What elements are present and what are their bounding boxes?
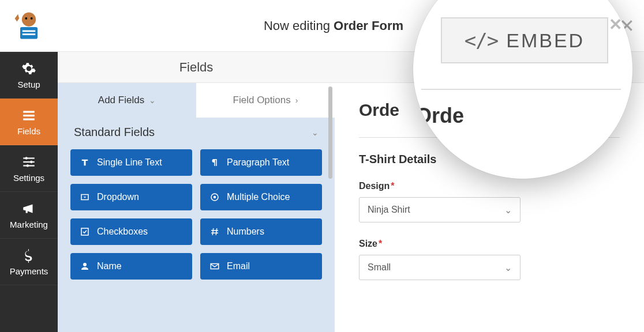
chevron-down-icon: ⌄ (149, 96, 156, 105)
editing-form-name: Order Form (334, 18, 403, 33)
app-logo (0, 0, 58, 51)
embed-label: EMBED (506, 29, 585, 52)
field-checkboxes[interactable]: Checkboxes (70, 218, 192, 245)
field-single-line-text[interactable]: Single Line Text (70, 149, 192, 176)
tab-label: Field Options (233, 95, 291, 106)
sidebar-item-label: Payments (10, 266, 48, 276)
select-size[interactable]: Small ⌄ (359, 255, 521, 280)
tab-label: Add Fields (98, 95, 144, 106)
svg-rect-8 (23, 118, 35, 120)
user-icon (80, 261, 90, 271)
label-design: Design* (359, 181, 620, 191)
svg-point-17 (214, 196, 216, 199)
select-design[interactable]: Ninja Shirt ⌄ (359, 197, 521, 222)
field-row-design: Design* Ninja Shirt ⌄ (359, 181, 620, 222)
label-text: Design (359, 181, 390, 191)
field-label: Checkboxes (97, 227, 148, 237)
svg-point-1 (25, 17, 27, 20)
sidebar-nav: Setup Fields Settings Marketing Payments (0, 52, 58, 332)
select-value: Ninja Shirt (368, 205, 410, 215)
svg-point-13 (30, 160, 32, 163)
required-indicator: * (391, 181, 394, 191)
field-label: Dropdown (97, 192, 139, 202)
fields-column: Fields Add Fields ⌄ Field Options › Stan… (58, 52, 335, 332)
sidebar-item-settings[interactable]: Settings (0, 145, 58, 192)
editing-prefix: Now editing (264, 18, 334, 33)
svg-point-12 (25, 157, 28, 159)
divider (421, 89, 621, 90)
hash-icon (209, 227, 220, 237)
field-dropdown[interactable]: Dropdown (70, 184, 192, 210)
required-indicator: * (379, 239, 382, 248)
svg-rect-7 (23, 114, 35, 116)
svg-rect-3 (20, 27, 38, 39)
chevron-down-icon: ⌄ (504, 205, 512, 216)
field-multiple-choice[interactable]: Multiple Choice (200, 184, 322, 210)
check-icon (80, 227, 90, 237)
text-icon (80, 157, 90, 168)
mail-icon (209, 261, 220, 271)
scrollbar[interactable] (328, 86, 332, 179)
tab-add-fields[interactable]: Add Fields ⌄ (58, 83, 196, 118)
svg-point-2 (31, 17, 33, 20)
field-panel: Add Fields ⌄ Field Options › Standard Fi… (58, 83, 335, 332)
svg-rect-6 (23, 111, 35, 112)
field-numbers[interactable]: Numbers (200, 218, 322, 245)
svg-rect-9 (23, 157, 35, 159)
section-heading: Standard Fields (74, 126, 155, 139)
section-standard-fields[interactable]: Standard Fields ⌄ (58, 118, 335, 149)
sidebar-item-marketing[interactable]: Marketing (0, 192, 58, 239)
code-icon: </> (465, 29, 498, 52)
megaphone-icon (21, 201, 36, 216)
label-text: Size (359, 239, 377, 248)
field-label: Multiple Choice (227, 192, 290, 202)
field-label: Name (97, 261, 122, 271)
dollar-icon (21, 248, 36, 263)
svg-rect-4 (23, 30, 36, 32)
field-panel-wrap: Add Fields ⌄ Field Options › Standard Fi… (58, 83, 335, 332)
embed-button[interactable]: </> EMBED (441, 17, 608, 63)
svg-rect-18 (81, 228, 88, 235)
chevron-right-icon: › (295, 96, 298, 105)
sidebar-item-payments[interactable]: Payments (0, 239, 58, 285)
sidebar-item-setup[interactable]: Setup (0, 52, 58, 99)
tab-field-options[interactable]: Field Options › (196, 83, 335, 118)
field-label: Email (227, 261, 250, 271)
panel-tabs: Add Fields ⌄ Field Options › (58, 83, 335, 118)
paragraph-icon (209, 157, 220, 168)
dropdown-icon (80, 192, 90, 202)
svg-rect-10 (23, 161, 35, 162)
field-grid: Single Line Text Paragraph Text Dropdown… (58, 149, 335, 292)
field-label: Single Line Text (97, 157, 162, 168)
svg-point-14 (27, 164, 29, 167)
gear-icon (21, 61, 36, 76)
chevron-down-icon: ⌄ (504, 262, 512, 273)
svg-point-0 (22, 12, 36, 26)
sidebar-item-fields[interactable]: Fields (0, 99, 58, 145)
label-size: Size* (359, 239, 620, 249)
list-icon (21, 108, 36, 123)
field-row-size: Size* Small ⌄ (359, 239, 620, 280)
sidebar-item-label: Marketing (10, 220, 48, 229)
field-email[interactable]: Email (200, 253, 322, 280)
field-label: Paragraph Text (227, 157, 289, 168)
field-label: Numbers (227, 227, 264, 237)
sidebar-item-label: Settings (13, 173, 44, 183)
chevron-down-icon: ⌄ (312, 128, 319, 137)
svg-point-19 (83, 263, 87, 266)
sidebar-item-label: Fields (17, 126, 40, 136)
field-paragraph-text[interactable]: Paragraph Text (200, 149, 322, 176)
select-value: Small (368, 262, 391, 273)
center-header: Fields (58, 52, 335, 83)
radio-icon (209, 192, 220, 202)
sliders-icon (21, 154, 36, 169)
svg-rect-5 (23, 33, 36, 35)
center-header-label: Fields (179, 60, 214, 75)
field-name[interactable]: Name (70, 253, 192, 280)
sidebar-item-label: Setup (17, 80, 40, 89)
